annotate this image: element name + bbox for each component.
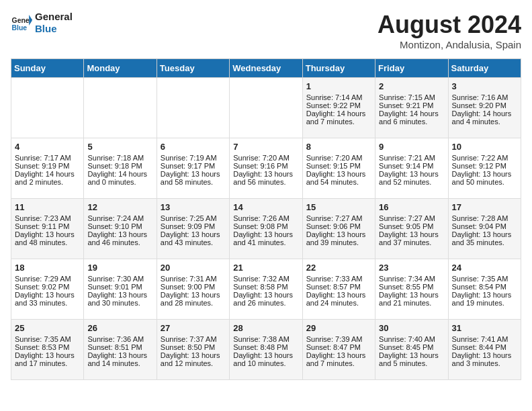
day-number: 2: [379, 81, 444, 91]
day-number: 30: [379, 323, 444, 333]
cell-line: Daylight: 13 hours: [379, 170, 444, 178]
calendar-cell: 16Sunrise: 7:27 AMSunset: 9:05 PMDayligh…: [375, 199, 448, 259]
cell-line: Sunrise: 7:40 AM: [379, 335, 444, 343]
day-number: 18: [15, 263, 80, 273]
day-number: 19: [87, 263, 152, 273]
cell-line: Daylight: 13 hours: [379, 291, 444, 299]
cell-line: Sunrise: 7:21 AM: [379, 154, 444, 162]
cell-line: and 52 minutes.: [379, 178, 444, 186]
cell-line: Sunset: 9:16 PM: [233, 162, 298, 170]
cell-line: Sunset: 9:18 PM: [87, 162, 152, 170]
cell-line: Daylight: 13 hours: [306, 170, 371, 178]
cell-line: Sunset: 8:53 PM: [15, 343, 80, 351]
cell-line: Daylight: 13 hours: [15, 291, 80, 299]
day-number: 4: [15, 142, 80, 152]
calendar-row-5: 25Sunrise: 7:35 AMSunset: 8:53 PMDayligh…: [11, 320, 521, 380]
cell-line: and 33 minutes.: [15, 299, 80, 307]
cell-line: Sunset: 8:51 PM: [87, 343, 152, 351]
calendar-cell: 31Sunrise: 7:41 AMSunset: 8:44 PMDayligh…: [448, 320, 521, 380]
cell-line: Sunset: 9:17 PM: [161, 162, 226, 170]
calendar-cell: 10Sunrise: 7:22 AMSunset: 9:12 PMDayligh…: [448, 138, 521, 199]
day-number: 23: [379, 263, 444, 273]
cell-line: Daylight: 13 hours: [306, 291, 371, 299]
cell-line: Daylight: 14 hours: [87, 170, 152, 178]
cell-line: Daylight: 13 hours: [233, 351, 298, 359]
cell-line: and 28 minutes.: [161, 299, 226, 307]
calendar-cell: 8Sunrise: 7:20 AMSunset: 9:15 PMDaylight…: [302, 138, 375, 199]
cell-line: Sunset: 9:20 PM: [452, 101, 517, 109]
cell-line: and 17 minutes.: [15, 359, 80, 367]
cell-line: Sunrise: 7:30 AM: [87, 275, 152, 283]
header: General Blue General Blue August 2024 Mo…: [11, 11, 521, 50]
calendar-cell: 7Sunrise: 7:20 AMSunset: 9:16 PMDaylight…: [230, 138, 302, 199]
cell-line: and 2 minutes.: [15, 178, 80, 186]
calendar-cell: 14Sunrise: 7:26 AMSunset: 9:08 PMDayligh…: [230, 199, 302, 259]
weekday-header-monday: Monday: [84, 59, 157, 78]
cell-line: Sunrise: 7:31 AM: [161, 275, 226, 283]
calendar-cell: 28Sunrise: 7:38 AMSunset: 8:48 PMDayligh…: [230, 320, 302, 380]
cell-line: Sunrise: 7:17 AM: [15, 154, 80, 162]
calendar-cell: [11, 78, 84, 138]
cell-line: Sunrise: 7:26 AM: [233, 214, 298, 222]
cell-line: Sunrise: 7:27 AM: [379, 214, 444, 222]
day-number: 28: [233, 323, 298, 333]
calendar-cell: 29Sunrise: 7:39 AMSunset: 8:47 PMDayligh…: [302, 320, 375, 380]
cell-line: Sunset: 9:12 PM: [452, 162, 517, 170]
calendar-cell: 25Sunrise: 7:35 AMSunset: 8:53 PMDayligh…: [11, 320, 84, 380]
cell-line: Sunrise: 7:35 AM: [452, 275, 517, 283]
cell-line: Sunrise: 7:20 AM: [306, 154, 371, 162]
cell-line: Daylight: 13 hours: [306, 230, 371, 238]
cell-line: Sunset: 8:45 PM: [379, 343, 444, 351]
calendar-cell: 3Sunrise: 7:16 AMSunset: 9:20 PMDaylight…: [448, 78, 521, 138]
weekday-header-row: SundayMondayTuesdayWednesdayThursdayFrid…: [11, 59, 521, 78]
cell-line: Sunset: 8:50 PM: [161, 343, 226, 351]
calendar-cell: 23Sunrise: 7:34 AMSunset: 8:55 PMDayligh…: [375, 259, 448, 320]
calendar-cell: 20Sunrise: 7:31 AMSunset: 9:00 PMDayligh…: [157, 259, 229, 320]
calendar-row-4: 18Sunrise: 7:29 AMSunset: 9:02 PMDayligh…: [11, 259, 521, 320]
calendar-cell: 2Sunrise: 7:15 AMSunset: 9:21 PMDaylight…: [375, 78, 448, 138]
day-number: 3: [452, 81, 517, 91]
logo-blue: Blue: [35, 23, 73, 35]
calendar-cell: 9Sunrise: 7:21 AMSunset: 9:14 PMDaylight…: [375, 138, 448, 199]
day-number: 31: [452, 323, 517, 333]
cell-line: Daylight: 13 hours: [306, 351, 371, 359]
cell-line: Daylight: 13 hours: [233, 291, 298, 299]
cell-line: Daylight: 13 hours: [87, 230, 152, 238]
cell-line: Sunset: 9:22 PM: [306, 101, 371, 109]
cell-line: Sunset: 9:19 PM: [15, 162, 80, 170]
weekday-header-tuesday: Tuesday: [157, 59, 229, 78]
title-area: August 2024 Montizon, Andalusia, Spain: [378, 11, 521, 50]
cell-line: and 56 minutes.: [233, 178, 298, 186]
cell-line: Sunset: 9:04 PM: [452, 222, 517, 230]
calendar-cell: 5Sunrise: 7:18 AMSunset: 9:18 PMDaylight…: [84, 138, 157, 199]
cell-line: Daylight: 14 hours: [306, 109, 371, 118]
cell-line: Daylight: 13 hours: [379, 351, 444, 359]
cell-line: Sunrise: 7:27 AM: [306, 214, 371, 222]
day-number: 22: [306, 263, 371, 273]
cell-line: Sunrise: 7:34 AM: [379, 275, 444, 283]
cell-line: Daylight: 13 hours: [233, 230, 298, 238]
calendar-cell: [157, 78, 229, 138]
cell-line: Sunrise: 7:23 AM: [15, 214, 80, 222]
cell-line: and 14 minutes.: [87, 359, 152, 367]
calendar-row-3: 11Sunrise: 7:23 AMSunset: 9:11 PMDayligh…: [11, 199, 521, 259]
calendar-cell: 19Sunrise: 7:30 AMSunset: 9:01 PMDayligh…: [84, 259, 157, 320]
cell-line: Sunset: 8:48 PM: [233, 343, 298, 351]
cell-line: Daylight: 14 hours: [15, 170, 80, 178]
cell-line: Sunrise: 7:38 AM: [233, 335, 298, 343]
cell-line: Sunrise: 7:33 AM: [306, 275, 371, 283]
cell-line: and 6 minutes.: [379, 118, 444, 126]
logo-general: General: [35, 11, 73, 23]
calendar-cell: 6Sunrise: 7:19 AMSunset: 9:17 PMDaylight…: [157, 138, 229, 199]
calendar-table: SundayMondayTuesdayWednesdayThursdayFrid…: [11, 58, 521, 380]
day-number: 16: [379, 202, 444, 212]
cell-line: Sunrise: 7:20 AM: [233, 154, 298, 162]
day-number: 5: [87, 142, 152, 152]
cell-line: Sunrise: 7:29 AM: [15, 275, 80, 283]
calendar-cell: 26Sunrise: 7:36 AMSunset: 8:51 PMDayligh…: [84, 320, 157, 380]
cell-line: Sunrise: 7:39 AM: [306, 335, 371, 343]
day-number: 29: [306, 323, 371, 333]
cell-line: Sunset: 9:01 PM: [87, 283, 152, 291]
day-number: 13: [161, 202, 226, 212]
cell-line: Sunset: 9:09 PM: [161, 222, 226, 230]
